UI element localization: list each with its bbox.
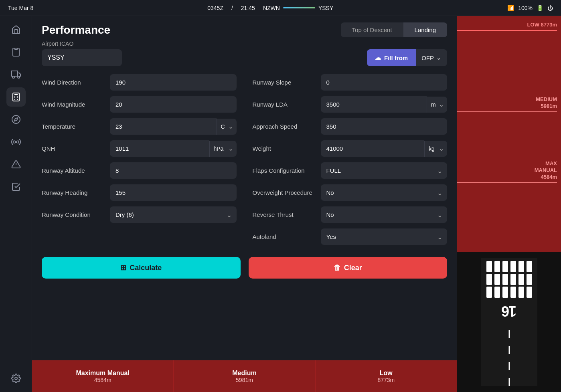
svg-rect-0: [15, 48, 17, 50]
autoland-select[interactable]: Yes No: [321, 228, 448, 245]
runway-condition-wrapper: Dry (6) Good (5) Good-Medium (4) Medium …: [110, 206, 237, 223]
flaps-select[interactable]: FULL FLAP 3 FLAP 2 FLAP 1: [321, 162, 448, 179]
temperature-label: Temperature: [42, 123, 106, 130]
approach-speed-input[interactable]: [321, 118, 448, 135]
runway-diagram: 16: [457, 252, 561, 392]
runway-number: 16: [502, 303, 516, 319]
button-row: ⊞ Calculate 🗑 Clear: [42, 253, 447, 287]
main-content: Performance Top of Descent Landing Airpo…: [32, 16, 457, 392]
weight-combined: kg lbs: [321, 140, 448, 157]
wind-magnitude-label: Wind Magnitude: [42, 101, 106, 108]
battery-icon: 🔋: [537, 5, 543, 11]
sidebar-item-signal[interactable]: [6, 132, 26, 152]
runway-threshold-markings: [481, 258, 537, 299]
airport-label: Airport ICAO: [42, 40, 447, 47]
autoland-wrapper: Yes No: [321, 228, 448, 245]
runway-slope-input[interactable]: [321, 74, 448, 91]
power-icon: ⏻: [547, 5, 553, 11]
result-medium: Medium 5981m: [174, 360, 315, 392]
svg-point-4: [18, 76, 20, 78]
route-display: NZWN YSSY: [263, 5, 333, 11]
max-manual-value: 4584m: [94, 377, 111, 383]
runway-altitude-input[interactable]: [110, 162, 237, 179]
svg-point-13: [12, 115, 20, 123]
runway-condition-select[interactable]: Dry (6) Good (5) Good-Medium (4) Medium …: [110, 206, 237, 223]
wind-direction-input[interactable]: [110, 74, 237, 91]
scale-low-label: LOW 8773m: [457, 22, 557, 28]
low-value: 8773m: [377, 377, 395, 383]
qnh-combined: hPa inHg: [110, 140, 237, 157]
overweight-select[interactable]: No Yes: [321, 184, 448, 201]
scale-medium-label: MEDIUM5981m: [457, 96, 557, 110]
fill-from-select[interactable]: OFP ⌄: [416, 49, 447, 66]
svg-rect-1: [12, 71, 18, 76]
medium-label: Medium: [232, 370, 256, 377]
qnh-unit-select[interactable]: hPa inHg: [209, 141, 237, 157]
app-body: Performance Top of Descent Landing Airpo…: [0, 16, 561, 392]
runway-lda-unit-select[interactable]: m ft: [427, 97, 447, 113]
autoland-row: Autoland Yes No: [253, 228, 448, 245]
temperature-input[interactable]: [110, 118, 217, 135]
route-origin: NZWN: [263, 5, 280, 11]
status-right: 📶 100% 🔋 ⏻: [507, 5, 553, 11]
runway-centerline: [509, 330, 510, 386]
runway-lda-combined: m ft: [321, 96, 448, 113]
fill-from-button[interactable]: ☁ Fill from: [367, 49, 416, 66]
qnh-label: QNH: [42, 145, 106, 152]
calculate-button[interactable]: ⊞ Calculate: [42, 257, 241, 279]
weight-input[interactable]: [321, 140, 425, 157]
tab-group: Top of Descent Landing: [341, 22, 447, 37]
clear-button[interactable]: 🗑 Clear: [249, 257, 448, 279]
autoland-label: Autoland: [253, 233, 317, 240]
svg-marker-14: [14, 118, 17, 121]
trash-icon: 🗑: [334, 264, 341, 272]
sidebar-item-home[interactable]: [6, 20, 26, 39]
medium-value: 5981m: [236, 377, 253, 383]
form-grid: Wind Direction Wind Magnitude Temperatur…: [42, 74, 447, 245]
top-bar: Performance Top of Descent Landing: [32, 16, 457, 40]
reverse-thrust-label: Reverse Thrust: [253, 211, 317, 218]
max-manual-label: Maximum Manual: [76, 370, 129, 377]
wind-direction-label: Wind Direction: [42, 79, 106, 86]
reverse-thrust-wrapper: No Yes: [321, 206, 448, 223]
sidebar-item-clipboard[interactable]: [6, 42, 26, 62]
weight-unit-select[interactable]: kg lbs: [424, 141, 447, 157]
wind-direction-row: Wind Direction: [42, 74, 237, 91]
qnh-input[interactable]: [110, 140, 209, 157]
temperature-unit-select[interactable]: C F: [217, 119, 237, 135]
scroll-area: Airport ICAO ☁ Fill from OFP ⌄: [32, 40, 457, 360]
flaps-label: Flaps Configuration: [253, 167, 317, 174]
wind-magnitude-input[interactable]: [110, 96, 237, 113]
sidebar-item-alert[interactable]: [6, 155, 26, 174]
tab-landing[interactable]: Landing: [403, 22, 447, 37]
status-separator: /: [231, 5, 233, 11]
status-time-local: Tue Mar 8: [8, 5, 33, 11]
approach-speed-label: Approach Speed: [253, 123, 317, 130]
qnh-row: QNH hPa inHg: [42, 140, 237, 157]
sidebar-item-calculator[interactable]: [6, 87, 26, 107]
weight-unit-wrapper: kg lbs: [424, 140, 447, 157]
runway-surface: 16: [481, 258, 537, 386]
overweight-row: Overweight Procedure No Yes: [253, 184, 448, 201]
runway-slope-label: Runway Slope: [253, 79, 317, 86]
reverse-thrust-select[interactable]: No Yes: [321, 206, 448, 223]
svg-point-18: [15, 377, 17, 380]
tab-top-of-descent[interactable]: Top of Descent: [341, 22, 403, 37]
sidebar-item-truck[interactable]: [6, 65, 26, 84]
sidebar-item-settings[interactable]: [6, 369, 26, 388]
wind-magnitude-row: Wind Magnitude: [42, 96, 237, 113]
sidebar-item-checklist[interactable]: [6, 177, 26, 196]
sidebar-item-compass[interactable]: [6, 110, 26, 129]
runway-condition-row: Runway Condition Dry (6) Good (5) Good-M…: [42, 206, 237, 223]
bottom-bar: Maximum Manual 4584m Medium 5981m Low 87…: [32, 360, 457, 392]
scale-max-manual-label: MAXMANUAL4584m: [457, 160, 557, 181]
runway-lda-input[interactable]: [321, 96, 427, 113]
runway-heading-input[interactable]: [110, 184, 237, 201]
status-utc: 0345Z: [207, 5, 223, 11]
sidebar: [0, 16, 32, 392]
status-center: 0345Z / 21:45 NZWN YSSY: [207, 5, 333, 11]
weight-label: Weight: [253, 145, 317, 152]
chevron-down-icon: ⌄: [436, 54, 442, 61]
runway-altitude-label: Runway Altitude: [42, 167, 106, 174]
airport-icao-input[interactable]: [42, 49, 122, 66]
